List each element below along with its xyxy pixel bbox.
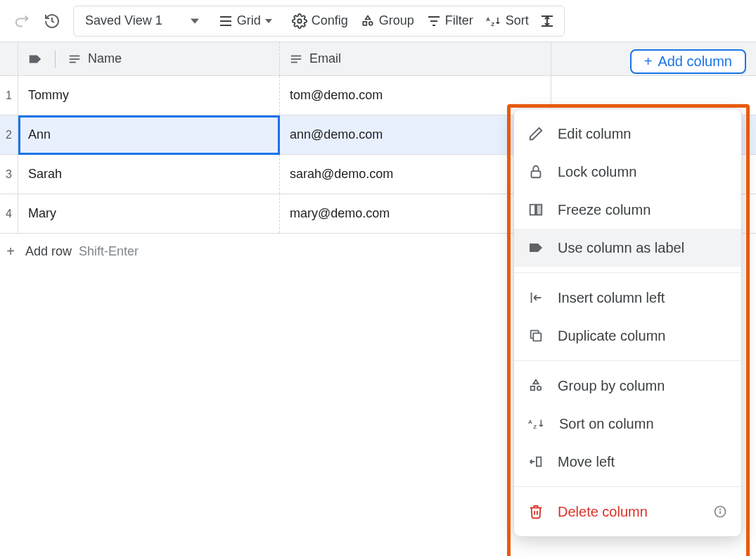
- redo-button[interactable]: [10, 8, 35, 34]
- sort-az-icon: AZ: [528, 416, 545, 431]
- svg-text:A: A: [528, 419, 532, 425]
- filter-icon: [427, 15, 441, 27]
- menu-delete-column[interactable]: Delete column: [514, 493, 741, 531]
- chevron-down-icon: [265, 18, 272, 25]
- group-button[interactable]: Group: [355, 8, 420, 34]
- cell-email[interactable]: mary@demo.com: [280, 194, 551, 233]
- label-tag-icon: [28, 53, 42, 65]
- row-number: 2: [0, 115, 18, 154]
- cell-name[interactable]: Sarah: [18, 155, 280, 194]
- svg-rect-24: [531, 386, 535, 391]
- menu-separator: [514, 360, 741, 361]
- svg-rect-21: [537, 205, 542, 215]
- gear-icon: [292, 13, 307, 29]
- svg-text:Z: Z: [533, 424, 537, 430]
- chevron-down-icon: [191, 17, 199, 25]
- divider: [55, 51, 56, 68]
- grid: Name Email 1 Tommy tom@demo.com 2 Ann an…: [0, 42, 756, 556]
- trash-icon: [528, 504, 544, 519]
- sort-az-icon: AZ: [486, 14, 501, 28]
- saved-view-label: Saved View 1: [85, 13, 162, 28]
- row-number: 1: [0, 76, 18, 115]
- menu-group-by[interactable]: Group by column: [514, 367, 741, 405]
- text-type-icon: [68, 54, 81, 64]
- group-label: Group: [379, 13, 414, 28]
- svg-rect-28: [537, 457, 541, 467]
- add-row-hint: Shift-Enter: [79, 244, 139, 259]
- svg-point-25: [537, 386, 542, 391]
- column-context-menu: Edit column Lock column Freeze column Us…: [513, 108, 742, 537]
- grid-lines-icon: [219, 15, 233, 27]
- menu-lock-column[interactable]: Lock column: [514, 153, 741, 191]
- config-button[interactable]: Config: [286, 8, 354, 34]
- cell-email[interactable]: tom@demo.com: [280, 76, 551, 115]
- freeze-icon: [528, 202, 544, 217]
- layout-label: Grid: [237, 13, 261, 28]
- info-icon: [713, 505, 727, 519]
- svg-rect-4: [363, 21, 366, 25]
- column-header-name[interactable]: Name: [18, 42, 280, 75]
- cell-name[interactable]: Mary: [18, 194, 280, 233]
- pencil-icon: [528, 126, 544, 141]
- svg-text:Z: Z: [491, 20, 494, 27]
- column-email-label: Email: [309, 51, 341, 66]
- duplicate-icon: [528, 328, 544, 343]
- label-tag-icon: [528, 241, 544, 254]
- saved-view-selector[interactable]: Saved View 1: [79, 8, 205, 34]
- menu-edit-column[interactable]: Edit column: [514, 115, 741, 153]
- menu-use-as-label[interactable]: Use column as label: [514, 229, 741, 267]
- add-row-label: Add row: [25, 244, 72, 259]
- row-number-header: [0, 42, 18, 75]
- toolbar: Saved View 1 Grid Config Group Filter AZ…: [0, 0, 756, 42]
- config-label: Config: [312, 13, 348, 28]
- text-type-icon: [290, 54, 302, 64]
- menu-move-left[interactable]: Move left: [514, 443, 741, 481]
- row-height-button[interactable]: [536, 8, 558, 34]
- group-icon: [361, 14, 375, 28]
- menu-insert-left[interactable]: Insert column left: [514, 279, 741, 317]
- svg-rect-19: [532, 171, 541, 177]
- svg-point-31: [720, 509, 721, 510]
- sort-button[interactable]: AZ Sort: [480, 8, 534, 34]
- row-height-icon: [540, 14, 554, 28]
- toolbar-group: Saved View 1 Grid Config Group Filter AZ…: [73, 6, 565, 37]
- row-number: 3: [0, 155, 18, 194]
- insert-left-icon: [528, 290, 544, 305]
- filter-button[interactable]: Filter: [421, 8, 479, 34]
- sort-label: Sort: [506, 13, 529, 28]
- cell-name[interactable]: Ann: [18, 115, 280, 154]
- menu-sort-on[interactable]: AZ Sort on column: [514, 405, 741, 443]
- history-button[interactable]: [39, 8, 65, 34]
- menu-duplicate[interactable]: Duplicate column: [514, 317, 741, 355]
- menu-separator: [514, 272, 741, 273]
- filter-label: Filter: [445, 13, 473, 28]
- svg-rect-23: [533, 333, 541, 341]
- row-number: 4: [0, 194, 18, 233]
- column-header-email[interactable]: Email: [280, 42, 551, 75]
- lock-icon: [528, 164, 544, 179]
- plus-icon: +: [3, 244, 18, 260]
- svg-rect-20: [530, 205, 535, 215]
- column-name-label: Name: [88, 51, 122, 66]
- plus-icon: +: [644, 53, 653, 70]
- add-column-button[interactable]: + Add column: [630, 49, 746, 74]
- cell-email[interactable]: ann@demo.com: [280, 115, 551, 154]
- move-left-icon: [528, 454, 544, 469]
- menu-separator: [514, 486, 741, 487]
- cell-name[interactable]: Tommy: [18, 76, 280, 115]
- group-icon: [528, 378, 544, 393]
- add-column-label: Add column: [658, 53, 732, 70]
- svg-point-3: [297, 19, 302, 23]
- svg-text:A: A: [486, 16, 490, 23]
- svg-point-5: [369, 21, 372, 25]
- menu-freeze-column[interactable]: Freeze column: [514, 191, 741, 229]
- cell-email[interactable]: sarah@demo.com: [280, 155, 551, 194]
- layout-selector[interactable]: Grid: [213, 8, 278, 34]
